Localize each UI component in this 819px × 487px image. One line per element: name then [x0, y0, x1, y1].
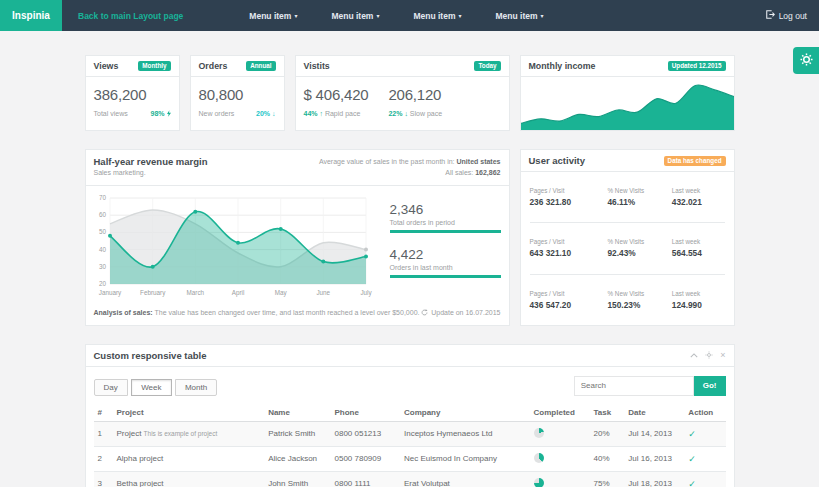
orders-month-value: 4,422: [390, 247, 501, 262]
update-info[interactable]: Update on 16.07.2015: [421, 309, 500, 317]
svg-text:50: 50: [98, 228, 106, 235]
orders-period-value: 2,346: [390, 202, 501, 217]
views-stat-card: Views Monthly 386,200 Total views 98%: [85, 55, 180, 131]
data-changed-badge: Data has changed: [664, 156, 726, 166]
menu-item-2[interactable]: Menu item▾: [331, 11, 379, 21]
chevron-up-icon[interactable]: [690, 353, 698, 358]
search-go-button[interactable]: Go!: [694, 376, 726, 396]
arrow-down-icon: ↓: [404, 110, 408, 117]
revenue-area-chart: 203040506070JanuaryFebruaryMarchAprilMay…: [94, 194, 378, 304]
chevron-down-icon: ▾: [541, 13, 544, 19]
table-header-row: # Project Name Phone Company Completed T…: [94, 404, 726, 422]
svg-text:20: 20: [98, 280, 106, 287]
filter-day-button[interactable]: Day: [94, 379, 128, 396]
card-title: Orders: [199, 61, 228, 71]
orders-period-progress: [390, 230, 501, 233]
arrow-down-icon: ↓: [272, 110, 276, 117]
svg-text:40: 40: [98, 245, 106, 252]
filter-month-button[interactable]: Month: [175, 379, 217, 396]
filter-week-button[interactable]: Week: [131, 379, 171, 396]
card-title: Views: [94, 61, 119, 71]
panel-subtitle: Sales marketing.: [94, 169, 208, 176]
menu-item-3[interactable]: Menu item▾: [413, 11, 461, 21]
svg-text:April: April: [231, 289, 244, 297]
orders-label: New orders: [199, 110, 235, 117]
main-menu: Menu item▾ Menu item▾ Menu item▾ Menu it…: [249, 11, 543, 21]
table-row: 2 Alpha project Alice Jackson 0500 78090…: [94, 446, 726, 471]
status-badge: Updated 12.2015: [668, 61, 726, 71]
pie-icon: [534, 478, 544, 487]
activity-row: Pages / Visit236 321.80 % New Visits46.1…: [530, 172, 725, 223]
table-row: 1 Project This is example of project Pat…: [94, 421, 726, 446]
monthly-income-sparkline: [521, 77, 734, 130]
panel-title: User activity: [529, 155, 586, 166]
range-filter-group: Day Week Month: [94, 376, 218, 396]
logout-button[interactable]: Log out: [766, 10, 807, 21]
orders-month-label: Orders in last month: [390, 264, 501, 271]
orders-value: 80,800: [199, 85, 276, 105]
panel-title: Half-year revenue margin: [94, 156, 208, 167]
panel-title: Custom responsive table: [94, 350, 207, 361]
orders-delta: 20%↓: [256, 110, 276, 117]
card-title: Vistits: [304, 61, 330, 71]
svg-text:June: June: [316, 289, 330, 296]
search-input[interactable]: [574, 376, 694, 396]
menu-item-1[interactable]: Menu item▾: [249, 11, 297, 21]
svg-text:March: March: [186, 289, 204, 296]
visits-delta-2: 22% ↓ Slow pace: [388, 110, 442, 117]
status-badge: Today: [474, 61, 500, 71]
monthly-income-card: Monthly income Updated 12.2015: [520, 55, 735, 131]
status-badge: Annual: [246, 61, 275, 71]
revenue-summary-text: Average value of sales in the past month…: [319, 156, 501, 178]
orders-month-progress: [390, 275, 501, 278]
analysis-text: Analysis of sales: The value has been ch…: [94, 309, 420, 317]
back-to-main-link[interactable]: Back to main Layout page: [78, 11, 183, 21]
orders-stat-card: Orders Annual 80,800 New orders 20%↓: [190, 55, 285, 131]
views-label: Total views: [94, 110, 128, 117]
theme-settings-button[interactable]: [793, 47, 819, 74]
user-activity-panel: User activity Data has changed Pages / V…: [520, 149, 735, 325]
orders-period-label: Total orders in period: [390, 219, 501, 226]
chevron-down-icon: ▾: [294, 13, 297, 19]
svg-text:January: January: [98, 289, 121, 297]
revenue-panel: Half-year revenue margin Sales marketing…: [85, 149, 510, 325]
svg-text:July: July: [360, 289, 372, 297]
chevron-down-icon: ▾: [376, 13, 379, 19]
svg-text:February: February: [140, 289, 166, 297]
middle-row: Half-year revenue margin Sales marketing…: [85, 149, 735, 325]
wrench-icon[interactable]: [705, 351, 713, 359]
arrow-up-icon: ↑: [319, 110, 323, 117]
svg-text:60: 60: [98, 211, 106, 218]
check-icon[interactable]: ✓: [688, 429, 696, 439]
status-badge: Monthly: [138, 61, 170, 71]
check-icon[interactable]: ✓: [688, 479, 696, 487]
top-navbar: Inspinia Back to main Layout page Menu i…: [0, 0, 819, 31]
visits-value-2: 206,120: [388, 85, 442, 105]
visits-col-1: $ 406,420 44% ↑ Rapid pace: [304, 85, 369, 117]
custom-table-panel: Custom responsive table × Day Week Month…: [85, 344, 735, 487]
refresh-icon: [421, 309, 428, 317]
visits-delta-1: 44% ↑ Rapid pace: [304, 110, 369, 117]
chevron-down-icon: ▾: [458, 13, 461, 19]
page-content: Views Monthly 386,200 Total views 98% Or…: [85, 31, 735, 487]
activity-row: Pages / Visit643 321.10 % New Visits92.4…: [530, 223, 725, 274]
pie-icon: [534, 453, 544, 463]
menu-item-4[interactable]: Menu item▾: [495, 11, 543, 21]
brand-logo[interactable]: Inspinia: [0, 0, 62, 31]
projects-table: # Project Name Phone Company Completed T…: [94, 404, 726, 487]
check-icon[interactable]: ✓: [688, 454, 696, 464]
svg-text:30: 30: [98, 262, 106, 269]
close-icon[interactable]: ×: [720, 351, 725, 360]
pie-icon: [534, 428, 544, 438]
stat-cards-row: Views Monthly 386,200 Total views 98% Or…: [85, 55, 735, 131]
revenue-stats: 2,346 Total orders in period 4,422 Order…: [378, 194, 501, 304]
table-search: Go!: [574, 376, 726, 396]
svg-text:May: May: [274, 289, 287, 297]
svg-text:70: 70: [98, 194, 106, 201]
visits-stat-card: Vistits Today $ 406,420 44% ↑ Rapid pace…: [295, 55, 510, 131]
gears-icon: [800, 52, 813, 70]
bolt-icon: [167, 110, 171, 118]
revenue-panel-heading: Half-year revenue margin Sales marketing…: [94, 156, 208, 176]
activity-row: Pages / Visit436 547.20 % New Visits150.…: [530, 275, 725, 325]
table-row: 3 Betha project John Smith 0800 1111 Era…: [94, 471, 726, 487]
